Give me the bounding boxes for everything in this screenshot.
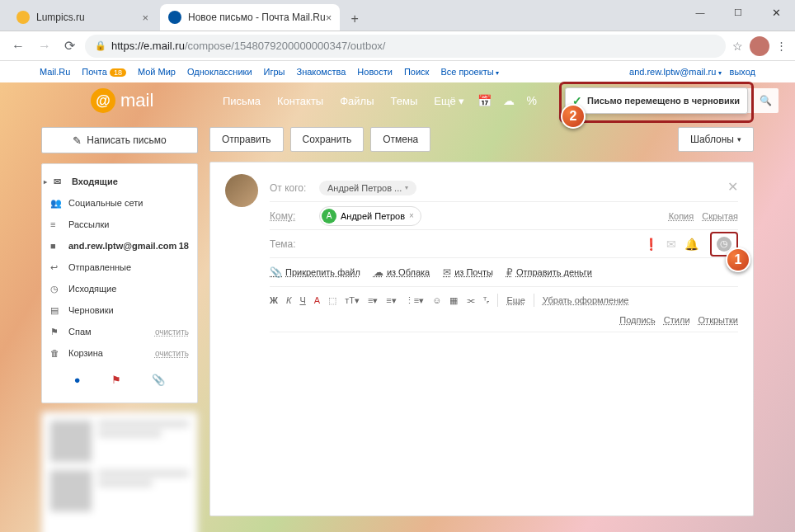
textcolor-button[interactable]: А [314, 295, 320, 305]
cancel-button[interactable]: Отмена [370, 127, 430, 152]
folder-trash[interactable]: 🗑Корзинаочистить [42, 342, 197, 364]
compose-button[interactable]: ✎ Написать письмо [41, 127, 198, 153]
toplink[interactable]: Mail.Ru [40, 67, 70, 77]
toplink[interactable]: Новости [357, 67, 393, 77]
receipt-icon[interactable]: ✉ [666, 238, 676, 251]
clear-link[interactable]: очистить [155, 327, 189, 337]
italic-button[interactable]: К [286, 295, 291, 305]
bookmark-icon[interactable]: ☆ [732, 40, 743, 53]
toplink[interactable]: Знакомства [296, 67, 346, 77]
to-label[interactable]: Кому: [270, 210, 319, 222]
cards-link[interactable]: Открытки [699, 315, 738, 325]
close-compose-icon[interactable]: ✕ [727, 179, 738, 195]
trash-icon: 🗑 [50, 348, 62, 358]
indent-button[interactable]: ≡▾ [386, 295, 396, 306]
ruble-icon: ₽ [506, 266, 513, 278]
unread-badge: 18 [110, 68, 126, 77]
folder-spam[interactable]: ⚑Спамочистить [42, 321, 197, 342]
profile-avatar[interactable] [750, 36, 769, 56]
underline-button[interactable]: Ч [299, 295, 305, 305]
save-button[interactable]: Сохранить [290, 127, 365, 152]
priority-icon[interactable]: ❗ [644, 238, 658, 251]
attachment-filter-icon[interactable]: 📎 [152, 374, 165, 386]
send-button[interactable]: Отправить [209, 127, 284, 152]
unread-filter-icon[interactable]: ● [74, 374, 81, 386]
search-icon[interactable]: 🔍 [760, 95, 772, 106]
attach-file-link[interactable]: 📎Прикрепить файл [270, 266, 360, 278]
url-field[interactable]: 🔒 https://e.mail.ru/compose/154807920000… [85, 35, 726, 58]
folder-sent[interactable]: ↩Отправленные [42, 257, 197, 278]
templates-button[interactable]: Шаблоны [678, 127, 754, 152]
close-tab-icon[interactable]: × [326, 12, 332, 24]
percent-icon[interactable]: % [526, 94, 536, 107]
notify-icon[interactable]: 🔔 [684, 238, 699, 251]
nav-item[interactable]: Письма [223, 95, 261, 107]
send-money-link[interactable]: ₽Отправить деньги [506, 266, 592, 278]
fontsize-button[interactable]: тТ▾ [345, 295, 360, 306]
folder-list: ✉Входящие 👥Социальные сети ≡Рассылки ■an… [41, 163, 198, 403]
folder-inbox[interactable]: ✉Входящие [42, 171, 197, 192]
folder-drafts[interactable]: ▤Черновики [42, 299, 197, 321]
forward-button[interactable]: → [35, 39, 54, 54]
bold-button[interactable]: Ж [270, 295, 278, 305]
close-tab-icon[interactable]: × [142, 12, 148, 24]
user-email-link[interactable]: and.rew.lptw@mail.ru [629, 67, 722, 77]
bcc-link[interactable]: Скрытая [702, 211, 738, 221]
from-label: От кого: [270, 182, 319, 194]
folder-account[interactable]: ■and.rew.lptw@gmail.com18 [42, 235, 197, 257]
cc-link[interactable]: Копия [669, 211, 694, 221]
recipient-chip[interactable]: А Андрей Петров × [319, 206, 421, 226]
folder-newsletters[interactable]: ≡Рассылки [42, 214, 197, 235]
folder-social[interactable]: 👥Социальные сети [42, 192, 197, 214]
toplink[interactable]: Игры [264, 67, 285, 77]
flagged-filter-icon[interactable]: ⚑ [111, 374, 121, 386]
more-button[interactable]: Еще [506, 295, 525, 305]
toplink[interactable]: Одноклассники [187, 67, 252, 77]
translit-button[interactable]: ᵀᵣ [483, 295, 489, 306]
list-button[interactable]: ⋮≡▾ [405, 295, 424, 306]
sidebar: ✎ Написать письмо ✉Входящие 👥Социальные … [41, 127, 198, 523]
logo[interactable]: @ mail [91, 88, 153, 113]
menu-icon[interactable]: ⋮ [776, 40, 787, 52]
clear-link[interactable]: очистить [155, 349, 189, 358]
calendar-icon[interactable]: 📅 [477, 94, 492, 107]
back-button[interactable]: ← [8, 39, 28, 54]
maximize-button[interactable]: ☐ [719, 0, 757, 25]
signature-link[interactable]: Подпись [619, 315, 656, 325]
from-chip[interactable]: Андрей Петров ...▾ [319, 181, 416, 195]
reply-icon: ↩ [50, 262, 62, 273]
close-window-button[interactable]: ✕ [757, 0, 795, 25]
editor-body[interactable] [270, 332, 738, 481]
attach-mail-link[interactable]: ✉из Почты [443, 266, 493, 278]
nav-item[interactable]: Ещё ▾ [434, 95, 464, 107]
remove-recipient-icon[interactable]: × [409, 211, 414, 220]
image-button[interactable]: ▦ [449, 295, 458, 306]
reload-button[interactable]: ⟳ [61, 38, 78, 54]
bgcolor-button[interactable]: ⬚ [328, 295, 336, 306]
flag-icon: ⚑ [50, 327, 62, 337]
folder-outbox[interactable]: ◷Исходящие [42, 278, 197, 299]
styles-link[interactable]: Стили [664, 315, 690, 325]
link-button[interactable]: ⫘ [466, 295, 475, 305]
emoji-button[interactable]: ☺ [432, 295, 441, 305]
new-tab-button[interactable]: + [343, 7, 366, 31]
lock-icon: 🔒 [95, 40, 106, 51]
nav-item[interactable]: Темы [391, 95, 418, 107]
cloud-icon[interactable]: ☁ [503, 94, 515, 107]
envelope-icon: ✉ [54, 177, 65, 187]
toplink[interactable]: Почта 18 [82, 67, 126, 77]
clear-format-button[interactable]: Убрать оформление [543, 295, 629, 305]
toplink[interactable]: Мой Мир [138, 67, 176, 77]
browser-tab[interactable]: Lumpics.ru × [8, 4, 157, 31]
schedule-icon[interactable]: ◷ [717, 237, 731, 252]
minimize-button[interactable]: — [681, 0, 719, 25]
toplink[interactable]: Поиск [404, 67, 429, 77]
nav-item[interactable]: Файлы [340, 95, 374, 107]
browser-tab-active[interactable]: Новое письмо - Почта Mail.Ru × [160, 4, 340, 31]
align-button[interactable]: ≡▾ [368, 295, 378, 306]
toplink-dropdown[interactable]: Все проекты [440, 67, 498, 77]
attach-cloud-link[interactable]: ☁из Облака [374, 266, 430, 278]
logout-link[interactable]: выход [730, 67, 755, 77]
browser-tabbar: Lumpics.ru × Новое письмо - Почта Mail.R… [0, 0, 795, 31]
nav-item[interactable]: Контакты [277, 95, 323, 107]
